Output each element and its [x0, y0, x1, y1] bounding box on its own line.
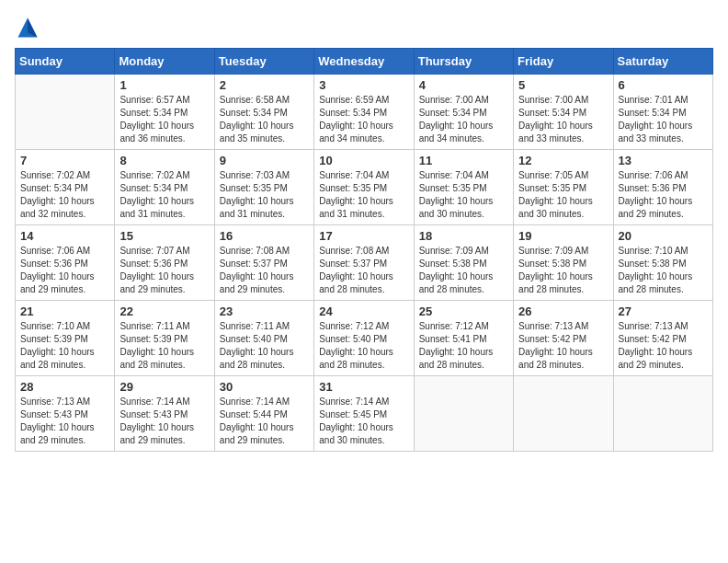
day-cell: 30Sunrise: 7:14 AMSunset: 5:44 PMDayligh…	[214, 376, 313, 452]
header-saturday: Saturday	[613, 49, 712, 75]
day-number: 13	[619, 154, 708, 167]
day-info: Sunrise: 7:04 AMSunset: 5:35 PMDaylight:…	[319, 169, 408, 221]
day-cell: 10Sunrise: 7:04 AMSunset: 5:35 PMDayligh…	[314, 150, 414, 225]
day-info: Sunrise: 6:59 AMSunset: 5:34 PMDaylight:…	[319, 94, 408, 145]
day-number: 4	[419, 78, 508, 92]
day-info: Sunrise: 7:10 AMSunset: 5:39 PMDaylight:…	[20, 320, 109, 372]
day-cell: 14Sunrise: 7:06 AMSunset: 5:36 PMDayligh…	[16, 225, 115, 301]
day-info: Sunrise: 7:07 AMSunset: 5:36 PMDaylight:…	[119, 245, 209, 296]
day-cell: 2Sunrise: 6:58 AMSunset: 5:34 PMDaylight…	[214, 75, 313, 150]
day-number: 18	[419, 229, 508, 243]
day-info: Sunrise: 7:14 AMSunset: 5:44 PMDaylight:…	[220, 396, 309, 447]
header-monday: Monday	[115, 49, 214, 75]
day-cell: 20Sunrise: 7:10 AMSunset: 5:38 PMDayligh…	[613, 225, 712, 301]
day-number: 10	[319, 154, 408, 167]
day-info: Sunrise: 7:06 AMSunset: 5:36 PMDaylight:…	[20, 245, 109, 296]
day-number: 11	[419, 154, 508, 167]
day-number: 16	[220, 229, 309, 243]
page-header	[15, 15, 713, 40]
day-info: Sunrise: 7:14 AMSunset: 5:45 PMDaylight:…	[319, 396, 408, 447]
day-info: Sunrise: 7:09 AMSunset: 5:38 PMDaylight:…	[518, 245, 608, 296]
day-info: Sunrise: 7:13 AMSunset: 5:42 PMDaylight:…	[518, 320, 608, 372]
day-number: 7	[20, 154, 109, 167]
header-wednesday: Wednesday	[314, 49, 414, 75]
calendar-header-row: SundayMondayTuesdayWednesdayThursdayFrid…	[16, 49, 713, 75]
day-cell: 13Sunrise: 7:06 AMSunset: 5:36 PMDayligh…	[613, 150, 712, 225]
day-number: 25	[419, 304, 508, 318]
day-number: 3	[319, 78, 408, 92]
day-info: Sunrise: 7:00 AMSunset: 5:34 PMDaylight:…	[419, 94, 508, 145]
day-number: 5	[518, 78, 608, 92]
day-number: 20	[619, 229, 708, 243]
day-number: 15	[119, 229, 209, 243]
day-cell: 8Sunrise: 7:02 AMSunset: 5:34 PMDaylight…	[115, 150, 214, 225]
day-number: 24	[319, 304, 408, 318]
day-number: 12	[518, 154, 608, 167]
day-cell: 3Sunrise: 6:59 AMSunset: 5:34 PMDaylight…	[314, 75, 414, 150]
header-friday: Friday	[514, 49, 613, 75]
day-cell: 19Sunrise: 7:09 AMSunset: 5:38 PMDayligh…	[514, 225, 613, 301]
day-info: Sunrise: 7:14 AMSunset: 5:43 PMDaylight:…	[119, 396, 209, 447]
day-cell: 28Sunrise: 7:13 AMSunset: 5:43 PMDayligh…	[16, 376, 115, 452]
day-number: 22	[119, 304, 209, 318]
day-info: Sunrise: 7:12 AMSunset: 5:41 PMDaylight:…	[419, 320, 508, 372]
day-info: Sunrise: 7:02 AMSunset: 5:34 PMDaylight:…	[20, 169, 109, 221]
day-cell: 29Sunrise: 7:14 AMSunset: 5:43 PMDayligh…	[115, 376, 214, 452]
day-number: 6	[619, 78, 708, 92]
day-number: 30	[220, 380, 309, 394]
day-number: 26	[518, 304, 608, 318]
day-number: 21	[20, 304, 109, 318]
header-sunday: Sunday	[16, 49, 115, 75]
day-cell: 22Sunrise: 7:11 AMSunset: 5:39 PMDayligh…	[115, 301, 214, 376]
day-number: 2	[220, 78, 309, 92]
day-info: Sunrise: 7:02 AMSunset: 5:34 PMDaylight:…	[119, 169, 209, 221]
week-row-5: 28Sunrise: 7:13 AMSunset: 5:43 PMDayligh…	[16, 376, 713, 452]
day-cell: 11Sunrise: 7:04 AMSunset: 5:35 PMDayligh…	[414, 150, 513, 225]
day-cell	[613, 376, 712, 452]
day-number: 28	[20, 380, 109, 394]
day-number: 23	[220, 304, 309, 318]
day-cell: 27Sunrise: 7:13 AMSunset: 5:42 PMDayligh…	[613, 301, 712, 376]
day-info: Sunrise: 7:01 AMSunset: 5:34 PMDaylight:…	[619, 94, 708, 145]
week-row-4: 21Sunrise: 7:10 AMSunset: 5:39 PMDayligh…	[16, 301, 713, 376]
day-info: Sunrise: 7:13 AMSunset: 5:43 PMDaylight:…	[20, 396, 109, 447]
day-cell	[414, 376, 513, 452]
day-info: Sunrise: 7:04 AMSunset: 5:35 PMDaylight:…	[419, 169, 508, 221]
week-row-2: 7Sunrise: 7:02 AMSunset: 5:34 PMDaylight…	[16, 150, 713, 225]
day-cell: 1Sunrise: 6:57 AMSunset: 5:34 PMDaylight…	[115, 75, 214, 150]
day-cell: 25Sunrise: 7:12 AMSunset: 5:41 PMDayligh…	[414, 301, 513, 376]
day-cell: 5Sunrise: 7:00 AMSunset: 5:34 PMDaylight…	[514, 75, 613, 150]
day-number: 1	[119, 78, 209, 92]
day-number: 31	[319, 380, 408, 394]
header-tuesday: Tuesday	[214, 49, 313, 75]
day-info: Sunrise: 6:58 AMSunset: 5:34 PMDaylight:…	[220, 94, 309, 145]
day-cell: 12Sunrise: 7:05 AMSunset: 5:35 PMDayligh…	[514, 150, 613, 225]
day-info: Sunrise: 7:03 AMSunset: 5:35 PMDaylight:…	[220, 169, 309, 221]
week-row-1: 1Sunrise: 6:57 AMSunset: 5:34 PMDaylight…	[16, 75, 713, 150]
day-info: Sunrise: 7:11 AMSunset: 5:40 PMDaylight:…	[220, 320, 309, 372]
day-info: Sunrise: 7:00 AMSunset: 5:34 PMDaylight:…	[518, 94, 608, 145]
day-cell	[16, 75, 115, 150]
day-cell: 18Sunrise: 7:09 AMSunset: 5:38 PMDayligh…	[414, 225, 513, 301]
day-cell: 4Sunrise: 7:00 AMSunset: 5:34 PMDaylight…	[414, 75, 513, 150]
day-cell: 16Sunrise: 7:08 AMSunset: 5:37 PMDayligh…	[214, 225, 313, 301]
day-info: Sunrise: 7:06 AMSunset: 5:36 PMDaylight:…	[619, 169, 708, 221]
day-info: Sunrise: 7:12 AMSunset: 5:40 PMDaylight:…	[319, 320, 408, 372]
day-cell: 31Sunrise: 7:14 AMSunset: 5:45 PMDayligh…	[314, 376, 414, 452]
day-info: Sunrise: 7:11 AMSunset: 5:39 PMDaylight:…	[119, 320, 209, 372]
day-cell: 17Sunrise: 7:08 AMSunset: 5:37 PMDayligh…	[314, 225, 414, 301]
day-cell: 21Sunrise: 7:10 AMSunset: 5:39 PMDayligh…	[16, 301, 115, 376]
day-number: 17	[319, 229, 408, 243]
day-info: Sunrise: 7:13 AMSunset: 5:42 PMDaylight:…	[619, 320, 708, 372]
day-number: 8	[119, 154, 209, 167]
day-cell: 23Sunrise: 7:11 AMSunset: 5:40 PMDayligh…	[214, 301, 313, 376]
day-info: Sunrise: 6:57 AMSunset: 5:34 PMDaylight:…	[119, 94, 209, 145]
week-row-3: 14Sunrise: 7:06 AMSunset: 5:36 PMDayligh…	[16, 225, 713, 301]
day-info: Sunrise: 7:10 AMSunset: 5:38 PMDaylight:…	[619, 245, 708, 296]
day-number: 9	[220, 154, 309, 167]
logo-icon	[15, 15, 40, 40]
day-number: 19	[518, 229, 608, 243]
day-info: Sunrise: 7:05 AMSunset: 5:35 PMDaylight:…	[518, 169, 608, 221]
day-number: 27	[619, 304, 708, 318]
day-cell: 9Sunrise: 7:03 AMSunset: 5:35 PMDaylight…	[214, 150, 313, 225]
